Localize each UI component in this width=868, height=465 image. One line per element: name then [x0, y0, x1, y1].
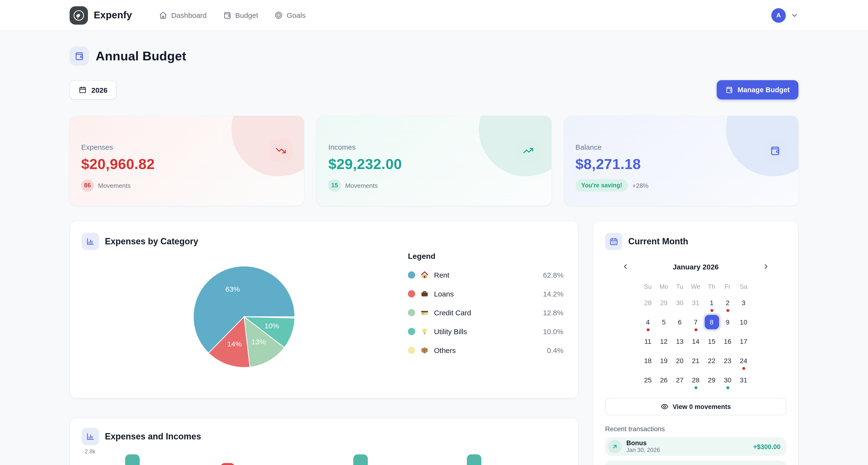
bar-incomes — [353, 454, 368, 465]
calendar-day[interactable]: 3 — [736, 293, 751, 312]
legend-color-dot — [408, 346, 415, 354]
nav-items: Dashboard Budget Goals — [159, 11, 305, 19]
calendar-day[interactable]: 28 — [688, 370, 704, 390]
calendar-day[interactable]: 27 — [672, 370, 688, 390]
calendar-day[interactable]: 19 — [656, 351, 672, 370]
bar-incomes — [125, 454, 140, 465]
calendar-day[interactable]: 13 — [672, 332, 688, 351]
transaction-name: Bonus — [626, 440, 748, 447]
calendar-day[interactable]: 17 — [736, 332, 751, 351]
movement-dot — [726, 309, 729, 312]
view-movements-button[interactable]: View 0 movements — [605, 398, 786, 415]
month-label: January 2026 — [673, 262, 719, 271]
calendar-day[interactable]: 30 — [720, 370, 736, 390]
calendar-day[interactable]: 7 — [688, 312, 704, 332]
weekday-row: SuMoTuWeThFrSa — [640, 283, 751, 290]
calendar-day[interactable]: 6 — [672, 312, 688, 332]
legend-label: Rent — [434, 271, 538, 279]
calendar-day[interactable]: 2 — [720, 293, 736, 312]
legend-title: Legend — [408, 252, 563, 261]
chevron-right-icon[interactable] — [760, 261, 772, 272]
content-grid: Expenses by Category 63%14%13%10% Legend… — [70, 221, 798, 465]
calendar-day[interactable]: 11 — [640, 332, 656, 351]
calendar-day[interactable]: 10 — [736, 312, 751, 332]
bulb-icon — [421, 327, 429, 335]
incomes-card: Incomes $29,232.00 15 Movements — [317, 116, 552, 206]
manage-budget-button[interactable]: Manage Budget — [717, 80, 798, 99]
calendar-day[interactable]: 24 — [736, 351, 751, 370]
weekday-label: Su — [640, 283, 656, 290]
calendar-day[interactable]: 16 — [720, 332, 736, 351]
calendar-icon — [605, 233, 622, 250]
calendar-day[interactable]: 20 — [672, 351, 688, 370]
calendar-day[interactable]: 31 — [736, 370, 751, 390]
legend-row: Credit Card12.8% — [408, 306, 563, 319]
movement-dot — [646, 328, 649, 331]
calendar-day[interactable]: 29 — [704, 370, 720, 390]
calendar-day[interactable]: 15 — [704, 332, 720, 351]
weekday-label: Th — [704, 283, 720, 290]
stat-footer: 86 Movements — [81, 179, 292, 192]
weekday-label: Fr — [720, 283, 736, 290]
wallet-icon — [223, 11, 231, 19]
bar-incomes — [467, 454, 481, 465]
calendar-day[interactable]: 4 — [640, 312, 656, 332]
house-icon — [421, 271, 429, 279]
calendar-day[interactable]: 5 — [656, 312, 672, 332]
legend-color-dot — [408, 290, 415, 297]
calendar-day[interactable]: 26 — [656, 370, 672, 390]
transaction-row[interactable]: BonusJan 30, 2026+$300.00 — [605, 437, 786, 456]
expenses-by-category-card: Expenses by Category 63%14%13%10% Legend… — [70, 221, 579, 398]
legend-label: Others — [434, 346, 542, 354]
movement-dot — [710, 309, 713, 312]
legend-color-dot — [408, 309, 415, 316]
bar-expenses — [220, 463, 235, 465]
balance-card: Balance $8,271.18 You're saving! +28% — [564, 116, 798, 206]
trending-up-icon — [517, 139, 539, 162]
calendar-day[interactable]: 8 — [704, 312, 720, 332]
chevron-left-icon[interactable] — [620, 261, 631, 272]
manage-budget-label: Manage Budget — [738, 86, 790, 94]
trending-down-icon — [270, 139, 292, 162]
brand[interactable]: Expenfy — [70, 6, 132, 24]
calendar-day[interactable]: 1 — [704, 293, 720, 312]
pie-slice-label: 13% — [251, 338, 266, 346]
transaction-row[interactable] — [605, 461, 786, 465]
nav-item-dashboard[interactable]: Dashboard — [159, 11, 207, 19]
legend-rows: Rent62.8%Loans14.2%Credit Card12.8%Utili… — [408, 268, 563, 356]
calendar-day[interactable]: 9 — [720, 312, 736, 332]
nav-item-goals[interactable]: Goals — [275, 11, 305, 19]
calendar-day[interactable]: 22 — [704, 351, 720, 370]
chevron-down-icon[interactable] — [791, 11, 798, 19]
movement-dot — [694, 328, 697, 331]
calendar-day[interactable]: 28 — [640, 293, 656, 312]
movement-dot — [726, 386, 729, 389]
legend-color-dot — [408, 271, 415, 278]
pie-slice-label: 63% — [225, 285, 240, 293]
legend-percentage: 10.0% — [543, 327, 563, 335]
calendar-day[interactable]: 21 — [688, 351, 704, 370]
stats-row: Expenses $20,960.82 86 Movements Incomes… — [70, 116, 798, 206]
movements-label: Movements — [345, 182, 378, 189]
month-navigation: January 2026 — [620, 261, 772, 272]
calendar-day[interactable]: 30 — [672, 293, 688, 312]
calendar-day[interactable]: 14 — [688, 332, 704, 351]
expenses-card: Expenses $20,960.82 86 Movements — [70, 116, 304, 206]
calendar-day[interactable]: 23 — [720, 351, 736, 370]
calendar-day[interactable]: 31 — [688, 293, 704, 312]
nav-item-budget[interactable]: Budget — [223, 11, 258, 19]
transactions-list: BonusJan 30, 2026+$300.00 — [605, 437, 786, 465]
brand-logo-icon — [70, 6, 88, 24]
calendar-day[interactable]: 29 — [656, 293, 672, 312]
calendar-day[interactable]: 25 — [640, 370, 656, 390]
left-column: Expenses by Category 63%14%13%10% Legend… — [70, 221, 579, 465]
calendar-day[interactable]: 12 — [656, 332, 672, 351]
credit-card-icon — [421, 308, 429, 317]
weekday-label: Sa — [736, 283, 751, 290]
current-month-card: Current Month January 2026 SuMoTuWeThFrS… — [593, 221, 798, 465]
avatar[interactable]: A — [771, 8, 786, 23]
transaction-amount: +$300.00 — [753, 443, 780, 450]
year-selector[interactable]: 2026 — [70, 80, 117, 99]
legend-label: Utility Bills — [434, 327, 538, 335]
calendar-day[interactable]: 18 — [640, 351, 656, 370]
